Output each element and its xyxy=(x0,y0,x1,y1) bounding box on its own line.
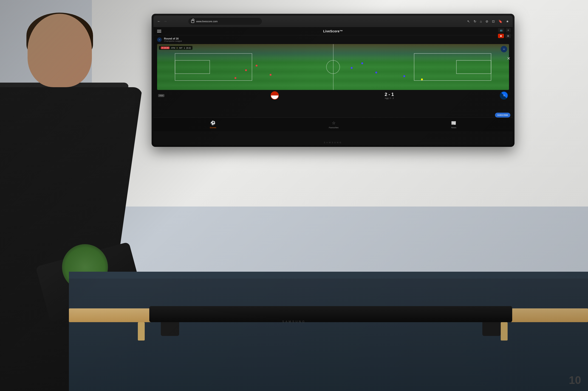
inter-badge: ⬡ xyxy=(500,91,508,99)
scores-label: Scores xyxy=(210,126,216,129)
back-button[interactable]: ← xyxy=(157,19,161,23)
lock-icon xyxy=(191,20,194,23)
hamburger-line2 xyxy=(157,31,161,31)
tv-stand-foot-right xyxy=(482,322,501,336)
multiscreen-button[interactable]: ⊞ xyxy=(505,34,511,38)
player-yellow-1 xyxy=(421,79,423,80)
address-bar[interactable]: www.livescore.com xyxy=(188,18,262,25)
match-section: ✦ Round of 16 Champions League xyxy=(153,35,513,131)
center-circle xyxy=(326,60,340,74)
player-red-4 xyxy=(235,77,236,79)
ucl-badge: ✦ xyxy=(157,37,162,42)
menu-button[interactable]: ≡ xyxy=(506,28,511,32)
close-button[interactable]: ✕ xyxy=(507,56,510,61)
tv-button[interactable]: 📺 xyxy=(498,28,504,32)
video-player[interactable]: ⏱ 34:36 ATM 0 INT 1 (0-2) ✦ xyxy=(157,44,509,90)
round-header: ✦ Round of 16 Champions League xyxy=(153,35,513,44)
window-icon[interactable]: ⊡ xyxy=(492,19,495,23)
content-area: LiveScore™ ✦ Round of 16 Champions Leagu… xyxy=(153,27,513,145)
samsung-label: SAMSUNG xyxy=(282,320,306,323)
tv-stand-foot-left xyxy=(161,322,179,336)
shelf-leg-left xyxy=(138,322,145,341)
tv-frame: ← → www.livescore.com ↖ ↻ ⌂ ⊘ ⊡ 🔖 ★ xyxy=(151,14,515,147)
ucl-star: ✦ xyxy=(159,39,160,41)
match-time-overlay: ⏱ 34:36 ATM 0 INT 1 (0-2) xyxy=(159,46,192,50)
eye-off-icon[interactable]: ⊘ xyxy=(486,19,488,23)
favourites-icon: ☆ xyxy=(332,120,336,125)
desk-furniture xyxy=(69,272,588,391)
forward-button[interactable]: → xyxy=(163,19,167,23)
agg-score-overlay: (0-2) xyxy=(186,47,191,49)
football-field xyxy=(157,44,509,90)
pen-badge: PEN xyxy=(158,94,164,97)
score-overlay-num: 1 xyxy=(184,47,185,49)
scores-icon: ⚽ xyxy=(210,120,215,125)
tv-ctrl-row-1: 📺 ≡ xyxy=(498,28,511,32)
tv-ctrl-row-2: ⏺ ⊞ xyxy=(498,34,511,38)
ten-logo: 10 xyxy=(569,374,581,387)
hamburger-menu[interactable] xyxy=(157,30,161,33)
browser-nav: ↖ ↻ ⌂ ⊘ ⊡ 🔖 ★ xyxy=(467,19,509,23)
score-overlay-text: 0 xyxy=(177,47,178,49)
nav-news[interactable]: 📰 News xyxy=(451,120,456,129)
away-team-abbr: INT xyxy=(179,47,183,49)
match-time-badge: ⏱ 34:36 xyxy=(161,47,169,49)
home-team-abbr: ATM xyxy=(171,47,175,49)
player-red-1 xyxy=(245,69,247,71)
bottom-navigation: ⚽ Scores ☆ Favourites 📰 News xyxy=(153,117,513,131)
news-icon: 📰 xyxy=(451,120,456,125)
score-display: 2 - 1 Agg: 2 - 2 xyxy=(385,92,394,99)
url-text: www.livescore.com xyxy=(196,20,218,23)
player-red-3 xyxy=(256,65,258,67)
player-blue-1 xyxy=(351,67,353,69)
tv-screen: ← → www.livescore.com ↖ ↻ ⌂ ⊘ ⊡ 🔖 ★ xyxy=(153,16,513,145)
nav-scores[interactable]: ⚽ Scores xyxy=(210,120,216,129)
round-stage: Round of 16 xyxy=(164,37,182,40)
shelf-leg-right xyxy=(501,322,508,341)
atletico-badge xyxy=(271,91,279,99)
home-icon[interactable]: ⌂ xyxy=(480,19,482,23)
tv-stand xyxy=(149,306,512,322)
star-icon[interactable]: ★ xyxy=(506,19,509,23)
bookmark-icon[interactable]: 🔖 xyxy=(498,19,502,23)
subscribe-button[interactable]: SUBSCRIBE xyxy=(495,113,510,117)
nav-favourites[interactable]: ☆ Favourites xyxy=(329,120,339,129)
hamburger-line3 xyxy=(157,32,161,33)
score-numbers: 2 - 1 xyxy=(385,92,394,97)
player-blue-2 xyxy=(375,72,377,73)
tv-controls-panel: 📺 ≡ ⏺ ⊞ xyxy=(498,28,511,38)
goal-box xyxy=(175,60,210,74)
livescore-logo: LiveScore™ xyxy=(323,29,343,33)
field-markings xyxy=(157,44,509,90)
person-head xyxy=(27,14,92,87)
browser-bar: ← → www.livescore.com ↖ ↻ ⌂ ⊘ ⊡ 🔖 ★ xyxy=(153,16,513,27)
desk-surface xyxy=(69,272,588,279)
refresh-icon[interactable]: ↻ xyxy=(474,19,476,23)
match-time-text: 34:36 xyxy=(164,47,169,49)
record-button[interactable]: ⏺ xyxy=(498,34,504,38)
score-aggregate: Agg: 2 - 2 xyxy=(385,97,394,99)
inter-logo-text: ⬡ xyxy=(503,95,505,97)
cursor-icon: ↖ xyxy=(467,19,470,23)
hamburger-line1 xyxy=(157,30,161,30)
round-competition: Champions League xyxy=(164,40,182,42)
news-label: News xyxy=(451,126,456,129)
pen-label: PEN xyxy=(159,95,163,97)
favourites-label: Favourites xyxy=(329,126,339,129)
livescore-logo-text: LiveScore™ xyxy=(323,29,343,33)
livescore-header: LiveScore™ xyxy=(153,27,513,35)
round-info: Round of 16 Champions League xyxy=(164,37,182,42)
player-blue-3 xyxy=(361,62,363,64)
goal-box-right xyxy=(456,60,491,74)
samsung-brand-label: SAMSUNG xyxy=(324,141,342,144)
ucl-watermark: ✦ xyxy=(501,46,507,52)
score-section: PEN 2 - 1 Agg: 2 - 2 ⬡ xyxy=(153,90,513,101)
